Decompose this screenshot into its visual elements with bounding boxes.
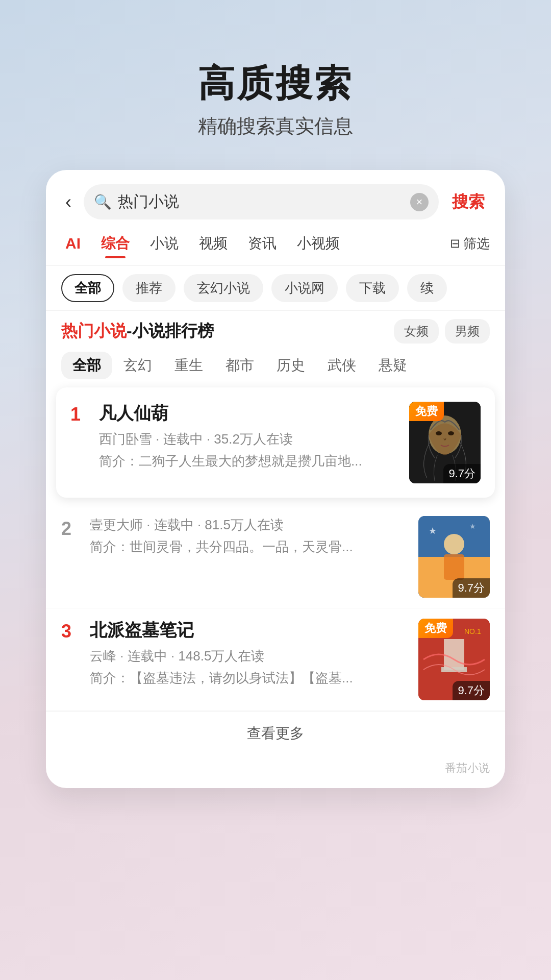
pill-more[interactable]: 续 <box>407 274 447 302</box>
badge-free-3: 免费 <box>418 619 453 638</box>
section-title-row: 热门小说-小说排行榜 女频 男频 <box>46 310 505 352</box>
book-item-2[interactable]: 2 壹更大师 · 连载中 · 81.5万人在读 简介：世间灵骨，共分四品。一品，… <box>46 506 505 608</box>
book-desc-2: 简介：世间灵骨，共分四品。一品，天灵骨... <box>90 538 408 556</box>
book-meta-1: 西门卧雪 · 连载中 · 35.2万人在读 <box>99 430 399 448</box>
book-desc-1: 简介：二狗子人生最大的梦想就是攒几亩地... <box>99 452 399 470</box>
svg-point-3 <box>448 431 454 435</box>
page-subtitle: 精确搜索真实信息 <box>198 113 353 139</box>
pill-download[interactable]: 下载 <box>346 274 399 302</box>
svg-point-6 <box>444 534 464 554</box>
book-desc-3: 简介：【盗墓违法，请勿以身试法】【盗墓... <box>90 669 408 687</box>
search-button[interactable]: 搜索 <box>447 191 490 213</box>
pill-novel-net[interactable]: 小说网 <box>271 274 338 302</box>
main-card: ‹ 🔍 热门小说 × 搜索 AI 综合 小说 视频 资讯 小视频 ⊟ 筛选 全部… <box>46 170 505 788</box>
view-more-button[interactable]: 查看更多 <box>46 711 505 755</box>
genre-history[interactable]: 历史 <box>265 352 316 379</box>
back-button[interactable]: ‹ <box>61 187 76 217</box>
filter-icon: ⊟ <box>450 236 460 251</box>
female-freq-btn[interactable]: 女频 <box>394 319 439 344</box>
rank-2: 2 <box>61 518 80 540</box>
book-meta-3: 云峰 · 连载中 · 148.5万人在读 <box>90 647 408 665</box>
book-item-3[interactable]: 3 北派盗墓笔记 云峰 · 连载中 · 148.5万人在读 简介：【盗墓违法，请… <box>46 608 505 711</box>
tab-novel[interactable]: 小说 <box>140 230 189 257</box>
search-bar-row: ‹ 🔍 热门小说 × 搜索 <box>46 170 505 230</box>
filter-label: 筛选 <box>463 235 490 253</box>
book-info-3: 北派盗墓笔记 云峰 · 连载中 · 148.5万人在读 简介：【盗墓违法，请勿以… <box>90 619 408 687</box>
pill-fantasy[interactable]: 玄幻小说 <box>184 274 263 302</box>
male-freq-btn[interactable]: 男频 <box>445 319 490 344</box>
badge-free-1: 免费 <box>409 402 444 421</box>
section-title-rest: -小说排行榜 <box>127 322 214 340</box>
book-meta-2: 壹更大师 · 连载中 · 81.5万人在读 <box>90 516 408 534</box>
rank-1: 1 <box>70 404 89 425</box>
search-icon: 🔍 <box>94 193 112 210</box>
book-title-1: 凡人仙葫 <box>99 402 399 425</box>
book-cover-1: 免费 9.7分 <box>409 402 481 483</box>
section-title: 热门小说-小说排行榜 <box>61 320 214 342</box>
tab-comprehensive[interactable]: 综合 <box>91 230 140 257</box>
badge-score-1: 9.7分 <box>443 464 481 483</box>
book-title-3: 北派盗墓笔记 <box>90 619 408 642</box>
book-info-2: 壹更大师 · 连载中 · 81.5万人在读 简介：世间灵骨，共分四品。一品，天灵… <box>90 516 408 556</box>
tab-short-video[interactable]: 小视频 <box>287 230 350 257</box>
svg-point-2 <box>436 431 442 435</box>
genre-tabs: 全部 玄幻 重生 都市 历史 武侠 悬疑 <box>46 352 505 387</box>
tab-news[interactable]: 资讯 <box>238 230 287 257</box>
book-item-1[interactable]: 1 凡人仙葫 西门卧雪 · 连载中 · 35.2万人在读 简介：二狗子人生最大的… <box>56 387 495 498</box>
svg-text:★: ★ <box>469 522 476 530</box>
filter-button[interactable]: ⊟ 筛选 <box>450 235 490 253</box>
pill-all[interactable]: 全部 <box>61 274 114 302</box>
tab-video[interactable]: 视频 <box>189 230 238 257</box>
search-input-wrap: 🔍 热门小说 × <box>84 184 439 219</box>
page-title: 高质搜索 <box>198 61 353 105</box>
book-cover-3: 盗墓 NO.1 免费 9.7分 <box>418 619 490 700</box>
page-header: 高质搜索 精确搜索真实信息 <box>198 61 353 139</box>
genre-reborn[interactable]: 重生 <box>163 352 214 379</box>
section-title-hot: 热门小说 <box>61 322 127 340</box>
app-brand: 番茄小说 <box>46 755 505 788</box>
search-input[interactable]: 热门小说 <box>118 191 404 212</box>
svg-text:NO.1: NO.1 <box>464 627 481 635</box>
badge-score-2: 9.7分 <box>453 578 490 598</box>
filter-tabs: AI 综合 小说 视频 资讯 小视频 ⊟ 筛选 <box>46 230 505 266</box>
svg-rect-7 <box>444 554 464 580</box>
pill-recommend[interactable]: 推荐 <box>122 274 176 302</box>
freq-btns: 女频 男频 <box>394 319 490 344</box>
genre-all[interactable]: 全部 <box>61 352 112 379</box>
book-cover-2: ★ ★ 9.7分 <box>418 516 490 598</box>
genre-fantasy[interactable]: 玄幻 <box>112 352 163 379</box>
tab-ai[interactable]: AI <box>61 231 91 256</box>
genre-martial[interactable]: 武侠 <box>316 352 367 379</box>
svg-text:★: ★ <box>429 526 437 536</box>
svg-rect-11 <box>444 639 464 670</box>
sub-filter-row: 全部 推荐 玄幻小说 小说网 下载 续 <box>46 266 505 310</box>
genre-mystery[interactable]: 悬疑 <box>367 352 418 379</box>
book-info-1: 凡人仙葫 西门卧雪 · 连载中 · 35.2万人在读 简介：二狗子人生最大的梦想… <box>99 402 399 470</box>
genre-city[interactable]: 都市 <box>214 352 265 379</box>
rank-3: 3 <box>61 621 80 642</box>
clear-button[interactable]: × <box>410 193 429 211</box>
badge-score-3: 9.7分 <box>453 681 490 700</box>
